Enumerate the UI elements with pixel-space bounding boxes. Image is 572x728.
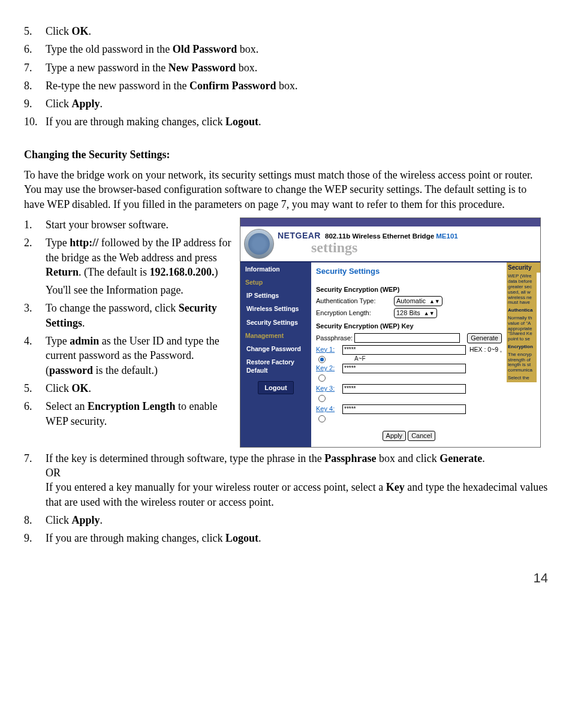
auth-type-select[interactable]: Automatic▲▼ <box>394 296 442 306</box>
key4-input[interactable]: ***** <box>342 404 466 414</box>
page-number: 14 <box>24 569 548 587</box>
subhead-wep-key: Security Encryption (WEP) Key <box>316 322 502 331</box>
enc-length-label: Encryption Length: <box>316 309 394 318</box>
chevron-updown-icon: ▲▼ <box>429 298 440 305</box>
header: NETGEAR 802.11b Wireless Ethernet Bridge… <box>240 226 540 261</box>
netgear-logo-icon <box>244 229 274 259</box>
cancel-button[interactable]: Cancel <box>408 431 435 441</box>
logout-button[interactable]: Logout <box>258 381 293 395</box>
sidebar-item-security-settings[interactable]: Security Settings <box>242 316 311 329</box>
sidebar-item-wireless-settings[interactable]: Wireless Settings <box>242 302 311 315</box>
key2-input[interactable]: ***** <box>342 364 466 373</box>
key3-input[interactable]: ***** <box>342 384 466 394</box>
sidebar-category-setup: Setup <box>240 276 311 289</box>
window-titlebar <box>240 218 540 226</box>
step-text: Click OK. <box>46 24 548 38</box>
subhead-wep: Security Encryption (WEP) <box>316 285 502 294</box>
sidebar-category-management: Management <box>240 329 311 342</box>
intro-paragraph: To have the bridge work on your network,… <box>24 168 548 212</box>
passphrase-input[interactable] <box>354 333 460 343</box>
sidebar-item-change-password[interactable]: Change Password <box>242 342 311 355</box>
netgear-settings-window: NETGEAR 802.11b Wireless Ethernet Bridge… <box>240 218 541 448</box>
top-steps-list: 5.Click OK. 6.Type the old password in t… <box>24 24 548 129</box>
left-steps-list: 1.Start your browser software. 2. Type h… <box>24 218 240 428</box>
chevron-updown-icon: ▲▼ <box>424 310 435 317</box>
help-heading: Security <box>507 262 540 273</box>
sidebar: Information Setup IP Settings Wireless S… <box>240 262 311 447</box>
apply-button[interactable]: Apply <box>383 431 407 441</box>
generate-button[interactable]: Generate <box>467 333 502 343</box>
help-panel: Security WEP (Wire data before greater s… <box>507 262 540 447</box>
hex-range-text: HEX : 0~9 , <box>469 345 502 354</box>
key4-radio[interactable] <box>318 415 326 422</box>
key4-label[interactable]: Key 4: <box>316 404 340 413</box>
passphrase-label: Passphrase: <box>316 334 353 343</box>
sidebar-item-restore-factory[interactable]: Restore Factory Default <box>242 355 311 377</box>
section-heading: Changing the Security Settings: <box>24 147 548 162</box>
key3-radio[interactable] <box>318 395 326 402</box>
step-subtext: You'll see the Information page. <box>46 283 240 297</box>
main-panel: Security Settings Security Encryption (W… <box>311 262 507 447</box>
key1-input[interactable]: ***** <box>342 345 466 355</box>
step-number: 5. <box>24 24 46 38</box>
auth-type-label: Authentication Type: <box>316 297 394 306</box>
panel-heading: Security Settings <box>316 266 502 277</box>
af-text: A~F <box>354 355 366 363</box>
subtitle-text: settings <box>311 238 458 257</box>
enc-length-select[interactable]: 128 Bits▲▼ <box>394 308 437 318</box>
key2-radio[interactable] <box>318 374 326 382</box>
key3-label[interactable]: Key 3: <box>316 384 340 393</box>
key1-radio[interactable] <box>318 356 326 363</box>
sidebar-item-ip-settings[interactable]: IP Settings <box>242 289 311 302</box>
key1-label[interactable]: Key 1: <box>316 345 340 354</box>
bottom-steps-list: 7.If the key is determined through softw… <box>24 451 548 546</box>
sidebar-item-information[interactable]: Information <box>240 262 311 276</box>
key2-label[interactable]: Key 2: <box>316 364 340 373</box>
